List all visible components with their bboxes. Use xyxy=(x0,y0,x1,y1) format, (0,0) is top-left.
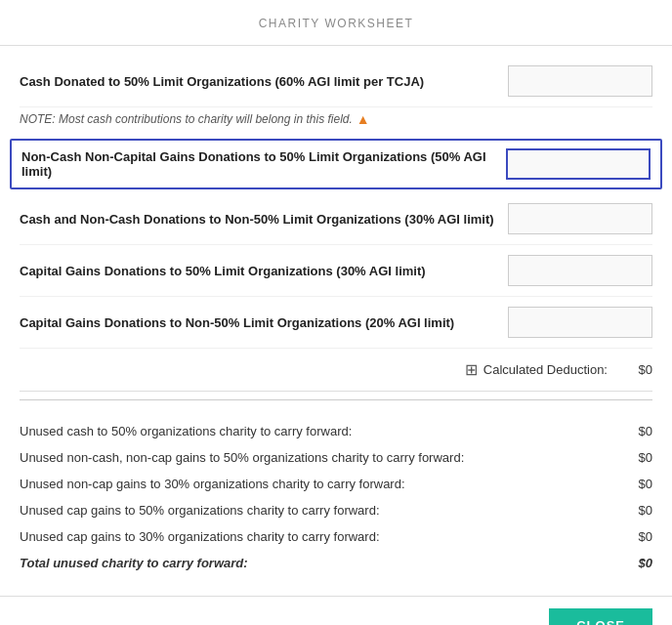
form-row-cash-50: Cash Donated to 50% Limit Organizations … xyxy=(20,56,652,107)
charity-worksheet-modal: CHARITY WORKSHEET Cash Donated to 50% Li… xyxy=(0,0,672,625)
carry-total-label: Total unused charity to carry forward: xyxy=(20,556,248,570)
label-cash-50: Cash Donated to 50% Limit Organizations … xyxy=(20,74,508,89)
form-row-cash-non-cash-30: Cash and Non-Cash Donations to Non-50% L… xyxy=(20,193,652,245)
note-icon: ▲ xyxy=(357,111,370,127)
carry-label-3: Unused cap gains to 50% organizations ch… xyxy=(20,503,380,518)
carry-label-2: Unused non-cap gains to 30% organization… xyxy=(20,477,405,491)
modal-title: CHARITY WORKSHEET xyxy=(259,17,414,30)
note-row: NOTE: Most cash contributions to charity… xyxy=(20,107,652,135)
modal-header: CHARITY WORKSHEET xyxy=(0,0,672,46)
form-row-non-cash-50: Non-Cash Non-Capital Gains Donations to … xyxy=(10,139,662,189)
carry-amount-0: $0 xyxy=(639,424,652,438)
carry-total-row: Total unused charity to carry forward: $… xyxy=(20,550,652,576)
carry-row-3: Unused cap gains to 50% organizations ch… xyxy=(20,497,652,523)
calculated-value: $0 xyxy=(613,362,652,377)
carry-total-amount: $0 xyxy=(639,556,652,570)
carry-row-0: Unused cash to 50% organizations charity… xyxy=(20,418,652,444)
input-cap-gains-non-50[interactable] xyxy=(508,307,652,338)
label-non-cash-50: Non-Cash Non-Capital Gains Donations to … xyxy=(21,149,506,179)
calculated-label: Calculated Deduction: xyxy=(483,362,608,377)
calculated-row: ⊞ Calculated Deduction: $0 xyxy=(20,349,652,392)
form-row-cap-gains-50: Capital Gains Donations to 50% Limit Org… xyxy=(20,245,652,297)
input-non-cash-50[interactable] xyxy=(506,148,651,180)
section-divider xyxy=(20,399,652,400)
input-cap-gains-50[interactable] xyxy=(508,255,652,286)
close-button[interactable]: CLOSE xyxy=(549,608,652,625)
carry-label-1: Unused non-cash, non-cap gains to 50% or… xyxy=(20,450,464,465)
carry-row-4: Unused cap gains to 30% organizations ch… xyxy=(20,523,652,550)
carry-amount-3: $0 xyxy=(639,503,652,518)
carry-label-4: Unused cap gains to 30% organizations ch… xyxy=(20,529,380,544)
carry-label-0: Unused cash to 50% organizations charity… xyxy=(20,424,352,438)
label-cap-gains-non-50: Capital Gains Donations to Non-50% Limit… xyxy=(20,315,508,330)
label-cap-gains-50: Capital Gains Donations to 50% Limit Org… xyxy=(20,264,508,278)
note-text: NOTE: Most cash contributions to charity… xyxy=(20,112,353,126)
form-row-cap-gains-non-50: Capital Gains Donations to Non-50% Limit… xyxy=(20,297,652,349)
carry-amount-4: $0 xyxy=(639,529,652,544)
input-cash-50[interactable] xyxy=(508,65,652,97)
carry-forward-section: Unused cash to 50% organizations charity… xyxy=(20,408,652,586)
label-cash-non-cash-30: Cash and Non-Cash Donations to Non-50% L… xyxy=(20,212,508,227)
carry-amount-1: $0 xyxy=(639,450,652,465)
carry-row-1: Unused non-cash, non-cap gains to 50% or… xyxy=(20,444,652,471)
input-cash-non-cash-30[interactable] xyxy=(508,203,652,234)
carry-row-2: Unused non-cap gains to 30% organization… xyxy=(20,471,652,497)
carry-amount-2: $0 xyxy=(639,477,652,491)
calculator-icon: ⊞ xyxy=(465,360,478,379)
modal-body: Cash Donated to 50% Limit Organizations … xyxy=(0,46,672,596)
modal-footer: CLOSE xyxy=(0,596,672,625)
